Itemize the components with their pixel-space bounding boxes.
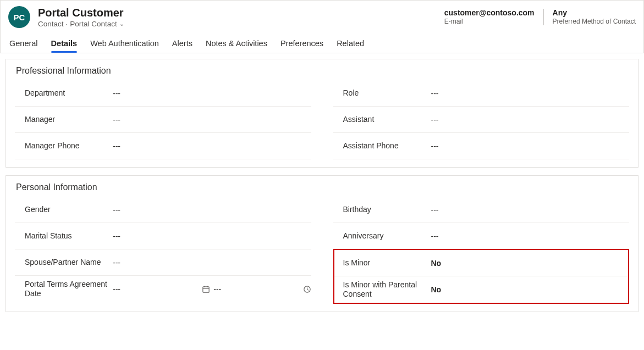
header-summary: customer@contoso.com E-mail Any Preferre… (444, 8, 636, 26)
value-manager: --- (113, 110, 311, 130)
subtitle-separator: · (66, 20, 68, 28)
date-part[interactable]: --- (113, 285, 210, 293)
value-manager-phone: --- (113, 136, 311, 156)
field-terms-agreement-date[interactable]: Portal Terms Agreement Date --- (15, 276, 311, 302)
field-is-minor-consent[interactable]: Is Minor with Parental Consent No (334, 276, 629, 303)
tab-preferences[interactable]: Preferences (280, 36, 323, 53)
field-assistant-phone[interactable]: Assistant Phone --- (333, 133, 630, 159)
tab-general[interactable]: General (9, 36, 38, 53)
tab-related[interactable]: Related (337, 36, 364, 53)
summary-email[interactable]: customer@contoso.com E-mail (444, 8, 535, 26)
label-anniversary: Anniversary (343, 231, 431, 241)
highlight-box: Is Minor No Is Minor with Parental Conse… (333, 249, 630, 304)
field-gender[interactable]: Gender --- (15, 197, 311, 223)
personal-left-col: Gender --- Marital Status --- Spouse/Par… (15, 197, 311, 304)
field-manager[interactable]: Manager --- (15, 107, 311, 133)
form-switcher[interactable]: Portal Contact ⌄ (70, 20, 124, 28)
tab-alerts[interactable]: Alerts (172, 36, 192, 53)
label-role: Role (343, 88, 431, 98)
personal-right-col: Birthday --- Anniversary --- Is Minor No… (333, 197, 630, 304)
time-part[interactable]: --- (213, 285, 311, 293)
label-is-minor-consent: Is Minor with Parental Consent (343, 280, 431, 299)
label-manager: Manager (25, 115, 113, 125)
value-assistant-phone: --- (431, 136, 630, 156)
value-gender: --- (113, 200, 311, 220)
field-marital-status[interactable]: Marital Status --- (15, 223, 311, 249)
svg-rect-0 (203, 286, 209, 292)
field-anniversary[interactable]: Anniversary --- (333, 223, 630, 249)
section-title-personal: Personal Information (16, 182, 629, 192)
label-gender: Gender (25, 205, 113, 215)
label-marital-status: Marital Status (25, 231, 113, 241)
svg-line-6 (307, 289, 308, 290)
value-is-minor: No (431, 253, 629, 273)
tab-row: General Details Web Authentication Alert… (8, 36, 636, 53)
value-terms-date: --- (113, 285, 197, 293)
field-role[interactable]: Role --- (333, 80, 630, 107)
value-assistant: --- (431, 110, 630, 130)
section-title-professional: Professional Information (16, 66, 629, 76)
tab-notes-activities[interactable]: Notes & Activities (206, 36, 267, 53)
summary-contact-method-label: Preferred Method of Contact (553, 18, 636, 26)
label-assistant-phone: Assistant Phone (343, 141, 431, 151)
summary-contact-method[interactable]: Any Preferred Method of Contact (553, 8, 636, 26)
label-is-minor: Is Minor (343, 258, 431, 268)
value-birthday: --- (431, 200, 630, 220)
professional-right-col: Role --- Assistant --- Assistant Phone -… (333, 80, 630, 159)
record-identity: PC Portal Customer Contact · Portal Cont… (8, 6, 124, 28)
form-header: PC Portal Customer Contact · Portal Cont… (0, 0, 644, 53)
content-area: Professional Information Department --- … (0, 53, 644, 325)
label-manager-phone: Manager Phone (25, 141, 113, 151)
professional-left-col: Department --- Manager --- Manager Phone… (15, 80, 311, 159)
label-department: Department (25, 88, 113, 98)
label-spouse: Spouse/Partner Name (25, 258, 113, 268)
chevron-down-icon: ⌄ (119, 20, 124, 27)
section-professional: Professional Information Department --- … (5, 59, 639, 168)
header-top-row: PC Portal Customer Contact · Portal Cont… (8, 6, 636, 36)
summary-email-label: E-mail (444, 18, 535, 26)
clock-icon (303, 285, 311, 293)
value-is-minor-consent: No (431, 280, 629, 299)
value-anniversary: --- (431, 226, 630, 246)
field-assistant[interactable]: Assistant --- (333, 107, 630, 133)
value-spouse: --- (113, 253, 311, 273)
value-terms-time: --- (213, 285, 298, 293)
form-name: Portal Contact (70, 20, 117, 28)
summary-contact-method-value: Any (553, 8, 636, 18)
tab-details[interactable]: Details (51, 36, 78, 53)
section-personal: Personal Information Gender --- Marital … (5, 175, 639, 312)
field-spouse[interactable]: Spouse/Partner Name --- (15, 249, 311, 276)
field-is-minor[interactable]: Is Minor No (334, 250, 629, 276)
value-department: --- (113, 84, 311, 103)
value-marital-status: --- (113, 226, 311, 246)
divider (543, 9, 544, 25)
record-title: Portal Customer (38, 7, 124, 19)
avatar: PC (8, 6, 30, 28)
calendar-icon (202, 285, 210, 293)
label-terms-agreement-date: Portal Terms Agreement Date (25, 280, 113, 299)
label-birthday: Birthday (343, 205, 431, 215)
entity-name: Contact (38, 20, 64, 28)
field-manager-phone[interactable]: Manager Phone --- (15, 133, 311, 159)
summary-email-value: customer@contoso.com (444, 8, 535, 18)
field-department[interactable]: Department --- (15, 80, 311, 107)
label-assistant: Assistant (343, 115, 431, 125)
field-birthday[interactable]: Birthday --- (333, 197, 630, 223)
tab-web-authentication[interactable]: Web Authentication (90, 36, 159, 53)
value-role: --- (431, 84, 630, 103)
